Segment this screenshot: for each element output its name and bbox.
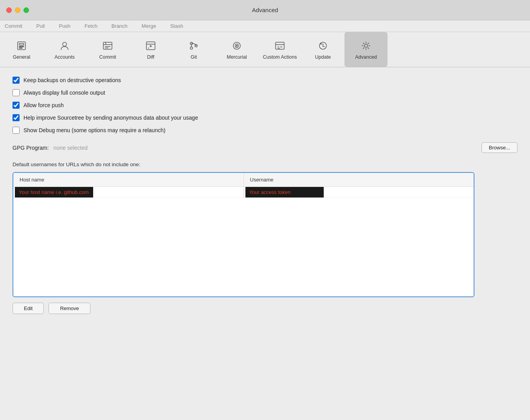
- svg-rect-5: [103, 42, 112, 49]
- tab-update[interactable]: Update: [301, 32, 344, 67]
- svg-point-20: [236, 45, 238, 47]
- tab-custom-actions[interactable]: Custom Actions: [258, 32, 301, 67]
- commit-icon: [101, 39, 114, 52]
- custom-actions-icon: [274, 39, 286, 52]
- svg-rect-3: [19, 48, 22, 48]
- checkbox-debug-menu-row: Show Debug menu (some options may requir…: [13, 127, 517, 134]
- window-title: Advanced: [252, 7, 278, 13]
- tab-diff-label: Diff: [147, 54, 155, 60]
- tab-commit-label: Commit: [99, 54, 116, 60]
- advanced-icon: [360, 39, 372, 52]
- toolbar-commit[interactable]: Commit: [5, 23, 22, 29]
- checkbox-full-console[interactable]: [13, 89, 20, 96]
- checkbox-keep-backups[interactable]: [13, 77, 20, 84]
- checkbox-anonymous-data-label: Help improve Sourcetree by sending anony…: [23, 115, 198, 121]
- checkbox-anonymous-data-row: Help improve Sourcetree by sending anony…: [13, 114, 517, 121]
- table-cell-hostname: Your host name i.e. github.com: [13, 187, 244, 197]
- checkbox-keep-backups-row: Keep backups on destructive operations: [13, 77, 517, 84]
- checkbox-force-push[interactable]: [13, 102, 20, 109]
- svg-point-27: [364, 44, 368, 47]
- checkbox-keep-backups-label: Keep backups on destructive operations: [23, 77, 121, 83]
- minimize-button[interactable]: [15, 7, 20, 13]
- svg-point-4: [63, 42, 67, 46]
- toolbar-stash[interactable]: Stash: [170, 23, 183, 29]
- git-icon: [187, 39, 200, 52]
- username-value: Your access token: [245, 187, 324, 197]
- update-icon: [317, 39, 329, 52]
- mercurial-icon: [231, 39, 243, 52]
- edit-button[interactable]: Edit: [13, 303, 44, 314]
- url-table-section-label: Default usernames for URLs which do not …: [13, 162, 517, 167]
- tab-diff[interactable]: Diff: [129, 32, 172, 67]
- main-content: Keep backups on destructive operations A…: [0, 67, 530, 323]
- toolbar-branch[interactable]: Branch: [112, 23, 128, 29]
- diff-icon: [144, 39, 157, 52]
- col-host-name: Host name: [13, 173, 244, 187]
- toolbar-scroll: Commit Pull Push Fetch Branch Merge Stas…: [0, 20, 530, 32]
- tab-advanced[interactable]: Advanced: [344, 32, 388, 67]
- checkbox-full-console-label: Always display full console output: [23, 90, 105, 96]
- table-buttons: Edit Remove: [13, 303, 517, 314]
- hostname-value: Your host name i.e. github.com: [15, 187, 93, 197]
- url-table-container: Host name Username Your host name i.e. g…: [13, 172, 474, 297]
- tab-general-label: General: [13, 54, 30, 60]
- general-icon: [15, 39, 28, 52]
- col-username: Username: [244, 173, 474, 187]
- nav-tabs: General Accounts Commit Diff Git Mercuri…: [0, 32, 530, 67]
- checkbox-force-push-row: Allow force push: [13, 102, 517, 109]
- table-header: Host name Username: [13, 173, 474, 187]
- tab-git[interactable]: Git: [172, 32, 215, 67]
- table-cell-hostname-inner: Your host name i.e. github.com: [13, 187, 243, 197]
- checkbox-debug-menu[interactable]: [13, 127, 20, 134]
- svg-point-16: [190, 47, 193, 49]
- tab-mercurial-label: Mercurial: [227, 54, 247, 60]
- svg-rect-1: [19, 43, 24, 45]
- table-cell-username-inner: Your access token: [244, 187, 474, 197]
- tab-custom-actions-label: Custom Actions: [263, 54, 297, 60]
- accounts-icon: [58, 39, 71, 52]
- tab-accounts-label: Accounts: [54, 54, 74, 60]
- table-row[interactable]: Your host name i.e. github.com Your acce…: [13, 187, 474, 198]
- window-controls: [6, 7, 29, 13]
- maximize-button[interactable]: [23, 7, 29, 13]
- checkbox-debug-menu-label: Show Debug menu (some options may requir…: [23, 127, 166, 133]
- checkbox-anonymous-data[interactable]: [13, 114, 20, 121]
- tab-update-label: Update: [315, 54, 331, 60]
- remove-button[interactable]: Remove: [49, 303, 90, 314]
- tab-accounts[interactable]: Accounts: [43, 32, 86, 67]
- toolbar-push[interactable]: Push: [59, 23, 70, 29]
- checkbox-full-console-row: Always display full console output: [13, 89, 517, 96]
- toolbar-fetch[interactable]: Fetch: [85, 23, 97, 29]
- toolbar-pull[interactable]: Pull: [36, 23, 45, 29]
- tab-advanced-label: Advanced: [355, 54, 377, 60]
- tab-commit[interactable]: Commit: [86, 32, 129, 67]
- tab-mercurial[interactable]: Mercurial: [215, 32, 258, 67]
- browse-button[interactable]: Browse...: [481, 142, 517, 153]
- tab-git-label: Git: [191, 54, 197, 60]
- title-bar: Advanced: [0, 0, 530, 20]
- checkbox-force-push-label: Allow force push: [23, 102, 64, 108]
- gpg-label: GPG Program:: [13, 145, 49, 151]
- close-button[interactable]: [6, 7, 12, 13]
- table-cell-username: Your access token: [244, 187, 474, 197]
- gpg-row: GPG Program: none selected Browse...: [13, 142, 517, 153]
- gpg-value: none selected: [54, 145, 88, 151]
- svg-rect-2: [19, 46, 24, 47]
- toolbar-merge[interactable]: Merge: [142, 23, 156, 29]
- tab-general[interactable]: General: [0, 32, 43, 67]
- table-body: Your host name i.e. github.com Your acce…: [13, 187, 474, 296]
